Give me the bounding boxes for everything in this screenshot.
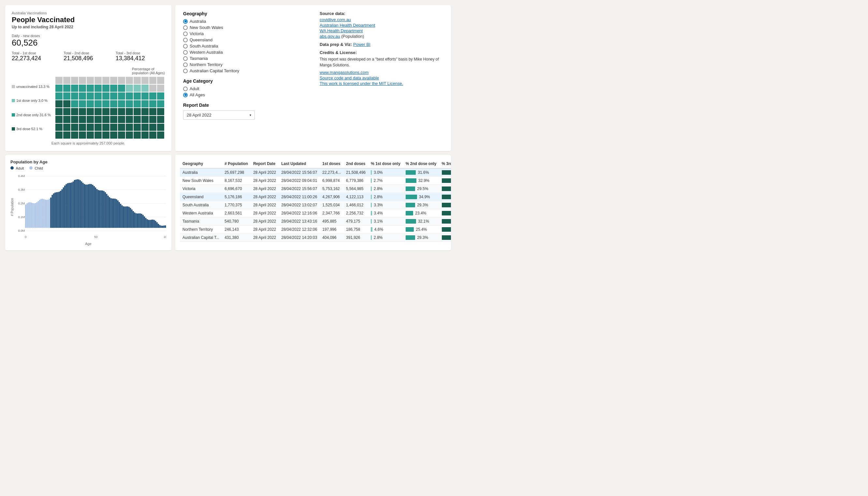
waffle-cell <box>134 84 141 92</box>
waffle-cell <box>110 124 117 131</box>
table-row[interactable]: Queensland5,176,18628 April 202228/04/20… <box>180 193 451 201</box>
geo-radio-item[interactable]: Tasmania <box>183 56 306 61</box>
waffle-cell <box>149 131 156 139</box>
table-row[interactable]: South Australia1,770,37528 April 202228/… <box>180 201 451 209</box>
legend-dose1: 1st dose only 3.0 % <box>12 98 51 103</box>
pct-cell: 3.4% <box>368 209 403 217</box>
radio-label: Western Australia <box>190 50 223 55</box>
waffle-cell <box>94 124 102 131</box>
geo-radio-item[interactable]: Queensland <box>183 37 306 42</box>
geography-radio-group[interactable]: AustraliaNew South WalesVictoriaQueensla… <box>183 19 306 73</box>
dose1-cell: 22,273,4... <box>320 168 343 177</box>
geo-cell: Queensland <box>180 193 222 201</box>
radio-label: Australian Capital Territory <box>190 68 239 73</box>
credits-section: Credits & License: This report was devel… <box>320 50 443 86</box>
last-updated-cell: 28/04/2022 15:56:07 <box>279 168 320 177</box>
geo-radio-item[interactable]: Australian Capital Territory <box>183 68 306 73</box>
waffle-cell <box>94 108 102 115</box>
source-link-ahd[interactable]: Australian Health Department <box>320 23 443 28</box>
geo-cell: Victoria <box>180 185 222 193</box>
waffle-cell <box>149 100 156 107</box>
legend-dose2: 2nd dose only 31.6 % <box>12 113 51 117</box>
waffle-cell <box>126 124 133 131</box>
dose3-item: Total - 3rd dose 13,384,412 <box>116 51 165 62</box>
radio-circle <box>183 44 188 48</box>
waffle-cell <box>134 131 141 139</box>
table-row[interactable]: Tasmania540,78028 April 202228/04/2022 1… <box>180 217 451 226</box>
waffle-cell <box>134 92 141 99</box>
report-date-title: Report Date <box>183 103 306 108</box>
doses-grid: Total - 1st dose 22,273,424 Total - 2nd … <box>12 51 165 62</box>
radio-circle <box>183 62 188 67</box>
waffle-container: unvaccinated 13.3 % 1st dose only 3.0 % … <box>12 77 165 139</box>
source-link-covidlive[interactable]: covidlive.com.au <box>320 17 443 22</box>
geo-radio-item[interactable]: New South Wales <box>183 25 306 30</box>
dose2-swatch <box>12 113 15 117</box>
pct-cell: 53.6% <box>439 185 451 193</box>
waffle-cell <box>71 108 78 115</box>
age-radio-item[interactable]: Adult <box>183 86 306 91</box>
col-population: # Population <box>222 159 251 168</box>
waffle-cell <box>55 108 62 115</box>
dose3-swatch <box>12 127 15 130</box>
geo-radio-item[interactable]: Northern Territory <box>183 62 306 67</box>
dose1-cell: 2,347,766 <box>320 209 343 217</box>
geo-radio-item[interactable]: Victoria <box>183 31 306 36</box>
waffle-cell <box>55 116 62 123</box>
report-date-cell: 28 April 2022 <box>251 217 279 226</box>
pct-cell: 29.3% <box>403 201 439 209</box>
daily-doses-metric: Daily - new doses 60,526 <box>12 34 165 48</box>
dose2-cell: 5,564,985 <box>343 185 368 193</box>
pct-cell: 32.9% <box>403 177 439 185</box>
pct-cell: 34.9% <box>403 193 439 201</box>
report-date-cell: 28 April 2022 <box>251 234 279 242</box>
report-date-value: 28 April 2022 <box>187 113 211 118</box>
geo-radio-item[interactable]: Australia <box>183 19 306 24</box>
pct-cell: 25.4% <box>403 226 439 234</box>
geo-radio-item[interactable]: South Australia <box>183 44 306 48</box>
credits-link-manga[interactable]: www.mangasolutions.com <box>320 70 443 75</box>
table-row[interactable]: Victoria6,696,67028 April 202228/04/2022… <box>180 185 451 193</box>
waffle-grid <box>55 77 164 139</box>
waffle-cell <box>141 131 149 139</box>
waffle-cell <box>118 108 125 115</box>
source-link-wa[interactable]: WA Health Department <box>320 28 443 33</box>
waffle-cell <box>118 84 125 92</box>
waffle-cell <box>63 108 70 115</box>
dose1-cell: 5,753,162 <box>320 185 343 193</box>
source-link-abs[interactable]: abs.gov.au <box>320 34 340 39</box>
report-date: 28 April 2022 <box>49 25 73 29</box>
waffle-cell <box>55 124 62 131</box>
credits-link-mit[interactable]: This work is licensed under the MIT Lice… <box>320 81 443 86</box>
geography-title: Geography <box>183 11 306 16</box>
age-radio-group[interactable]: AdultAll Ages <box>183 86 306 97</box>
dose2-cell: 186,758 <box>343 226 368 234</box>
geo-cell: New South Wales <box>180 177 222 185</box>
table-row[interactable]: New South Wales8,167,53228 April 202228/… <box>180 177 451 185</box>
waffle-cell <box>110 84 117 92</box>
radio-circle <box>183 87 188 91</box>
waffle-cell <box>149 92 156 99</box>
waffle-cell <box>79 77 86 84</box>
last-updated-cell: 28/04/2022 11:00:26 <box>279 193 320 201</box>
credits-link-source[interactable]: Source code and data available <box>320 76 443 80</box>
source-link-powerbi[interactable]: Power BI <box>353 42 371 47</box>
table-row[interactable]: Australian Capital T...431,38028 April 2… <box>180 234 451 242</box>
geo-radio-item[interactable]: Western Australia <box>183 50 306 55</box>
population-cell: 25,697,298 <box>222 168 251 177</box>
waffle-cell <box>87 84 94 92</box>
table-row[interactable]: Northern Territory246,14328 April 202228… <box>180 226 451 234</box>
col-report-date: Report Date <box>251 159 279 168</box>
age-radio-item[interactable]: All Ages <box>183 92 306 97</box>
waffle-cell <box>87 131 94 139</box>
table-row[interactable]: Australia25,697,29828 April 202228/04/20… <box>180 168 451 177</box>
waffle-cell <box>71 131 78 139</box>
waffle-cell <box>71 84 78 92</box>
table-row[interactable]: Western Australia2,663,56128 April 20222… <box>180 209 451 217</box>
waffle-cell <box>94 131 102 139</box>
dose1-cell: 495,885 <box>320 217 343 226</box>
dose2-cell: 4,122,113 <box>343 193 368 201</box>
waffle-cell <box>157 116 164 123</box>
report-date-dropdown[interactable]: 28 April 2022 ▾ <box>183 110 255 120</box>
dose1-value: 22,273,424 <box>12 55 61 62</box>
